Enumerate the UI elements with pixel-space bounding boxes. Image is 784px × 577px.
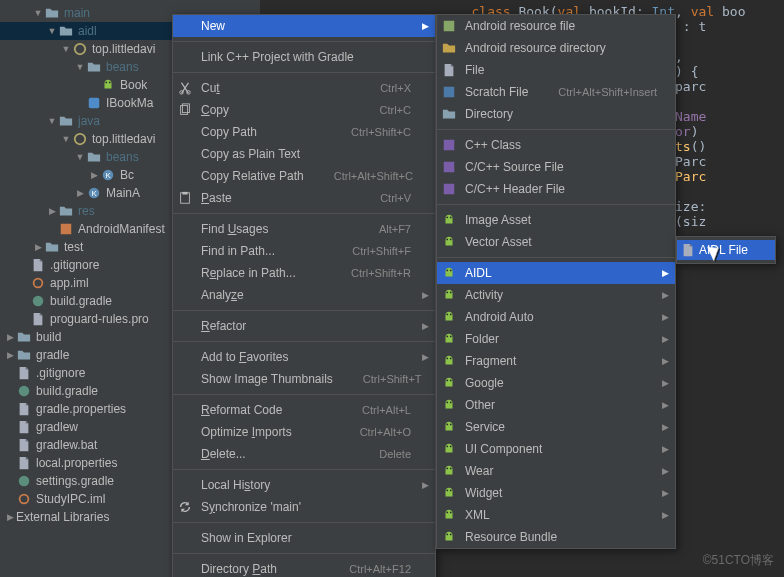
svg-point-32: [450, 239, 452, 241]
submenu-arrow-icon: ▶: [662, 422, 669, 432]
expand-chevron-icon[interactable]: ▶: [74, 184, 86, 202]
menu-item[interactable]: Android Auto▶: [437, 306, 675, 328]
svg-point-34: [450, 270, 452, 272]
menu-item[interactable]: Local History▶: [173, 474, 435, 496]
menu-item[interactable]: New▶: [173, 15, 435, 37]
menu-item-label: AIDL: [465, 266, 651, 280]
menu-item[interactable]: Show Image ThumbnailsCtrl+Shift+T: [173, 368, 435, 390]
menu-item-shortcut: Ctrl+C: [380, 104, 411, 116]
expand-chevron-icon[interactable]: ▶: [32, 238, 44, 256]
android-icon: [441, 419, 457, 435]
menu-item[interactable]: Wear▶: [437, 460, 675, 482]
android-icon: [441, 441, 457, 457]
menu-item[interactable]: Find UsagesAlt+F7: [173, 218, 435, 240]
expand-chevron-icon[interactable]: ▼: [60, 130, 72, 148]
menu-item[interactable]: Replace in Path...Ctrl+Shift+R: [173, 262, 435, 284]
menu-item[interactable]: Copy Relative PathCtrl+Alt+Shift+C: [173, 165, 435, 187]
menu-item[interactable]: CopyCtrl+C: [173, 99, 435, 121]
menu-item[interactable]: Vector Asset: [437, 231, 675, 253]
context-menu[interactable]: New▶Link C++ Project with GradleCutCtrl+…: [172, 14, 436, 577]
new-submenu[interactable]: Android resource fileAndroid resource di…: [436, 14, 676, 549]
svg-point-56: [450, 512, 452, 514]
menu-item[interactable]: Copy as Plain Text: [173, 143, 435, 165]
menu-item[interactable]: Directory PathCtrl+Alt+F12: [173, 558, 435, 577]
menu-item[interactable]: Scratch FileCtrl+Alt+Shift+Insert: [437, 81, 675, 103]
folder-icon: [58, 203, 74, 219]
menu-item[interactable]: Delete...Delete: [173, 443, 435, 465]
menu-item[interactable]: Copy PathCtrl+Shift+C: [173, 121, 435, 143]
svg-point-45: [446, 402, 448, 404]
menu-item[interactable]: C/C++ Source File: [437, 156, 675, 178]
file-icon: [16, 365, 32, 381]
menu-item-label: Copy as Plain Text: [201, 147, 411, 161]
menu-item[interactable]: Show in Explorer: [173, 527, 435, 549]
menu-item-label: Delete...: [201, 447, 349, 461]
menu-item[interactable]: PasteCtrl+V: [173, 187, 435, 209]
svg-point-37: [446, 314, 448, 316]
menu-item[interactable]: Android resource directory: [437, 37, 675, 59]
menu-item-label: Cut: [201, 81, 350, 95]
menu-item[interactable]: XML▶: [437, 504, 675, 526]
svg-point-50: [450, 446, 452, 448]
menu-item[interactable]: Android resource file: [437, 15, 675, 37]
folder-icon: [16, 347, 32, 363]
folder-icon: [86, 149, 102, 165]
expand-chevron-icon[interactable]: ▼: [46, 112, 58, 130]
menu-item-label: Copy Path: [201, 125, 321, 139]
menu-item[interactable]: C++ Class: [437, 134, 675, 156]
expand-chevron-icon[interactable]: ▶: [88, 166, 100, 184]
menu-item[interactable]: File: [437, 59, 675, 81]
menu-item[interactable]: Activity▶: [437, 284, 675, 306]
resfolder-icon: [441, 40, 457, 56]
expand-chevron-icon[interactable]: ▶: [4, 328, 16, 346]
menu-item[interactable]: Add to Favorites▶: [173, 346, 435, 368]
menu-item[interactable]: Fragment▶: [437, 350, 675, 372]
expand-chevron-icon[interactable]: ▶: [4, 346, 16, 364]
menu-item[interactable]: Image Asset: [437, 209, 675, 231]
menu-item[interactable]: UI Component▶: [437, 438, 675, 460]
menu-item-label: Image Asset: [465, 213, 651, 227]
file-icon: [16, 419, 32, 435]
expand-chevron-icon[interactable]: ▼: [74, 148, 86, 166]
file-icon: [681, 243, 695, 257]
menu-item[interactable]: AIDL▶: [437, 262, 675, 284]
expand-chevron-icon[interactable]: ▼: [46, 22, 58, 40]
menu-item[interactable]: Optimize ImportsCtrl+Alt+O: [173, 421, 435, 443]
flyout-item[interactable]: AIDL File: [677, 240, 775, 260]
menu-item[interactable]: Find in Path...Ctrl+Shift+F: [173, 240, 435, 262]
menu-item-label: Scratch File: [465, 85, 528, 99]
menu-item[interactable]: Synchronize 'main': [173, 496, 435, 518]
menu-item-shortcut: Alt+F7: [379, 223, 411, 235]
svg-point-44: [450, 380, 452, 382]
menu-item-shortcut: Ctrl+Alt+Shift+Insert: [558, 86, 657, 98]
expand-chevron-icon[interactable]: ▶: [46, 202, 58, 220]
menu-item[interactable]: Folder▶: [437, 328, 675, 350]
file-icon: [30, 257, 46, 273]
menu-item[interactable]: Service▶: [437, 416, 675, 438]
menu-item[interactable]: Reformat CodeCtrl+Alt+L: [173, 399, 435, 421]
menu-item-label: C++ Class: [465, 138, 651, 152]
watermark: ©51CTO博客: [703, 552, 774, 569]
menu-item[interactable]: Directory: [437, 103, 675, 125]
submenu-arrow-icon: ▶: [422, 321, 429, 331]
android-icon: [441, 353, 457, 369]
menu-item[interactable]: CutCtrl+X: [173, 77, 435, 99]
menu-item[interactable]: Widget▶: [437, 482, 675, 504]
menu-item[interactable]: Analyze▶: [173, 284, 435, 306]
menu-item[interactable]: Google▶: [437, 372, 675, 394]
menu-item-label: Optimize Imports: [201, 425, 330, 439]
menu-item[interactable]: Refactor▶: [173, 315, 435, 337]
menu-item[interactable]: C/C++ Header File: [437, 178, 675, 200]
svg-point-52: [450, 468, 452, 470]
aidl-flyout[interactable]: AIDL File: [676, 236, 776, 264]
expand-chevron-icon[interactable]: ▼: [32, 4, 44, 22]
package-icon: [72, 131, 88, 147]
svg-point-38: [450, 314, 452, 316]
svg-rect-3: [89, 98, 100, 109]
expand-chevron-icon[interactable]: ▼: [74, 58, 86, 76]
svg-point-51: [446, 468, 448, 470]
menu-item[interactable]: Other▶: [437, 394, 675, 416]
menu-item[interactable]: Resource Bundle: [437, 526, 675, 548]
expand-chevron-icon[interactable]: ▼: [60, 40, 72, 58]
menu-item[interactable]: Link C++ Project with Gradle: [173, 46, 435, 68]
